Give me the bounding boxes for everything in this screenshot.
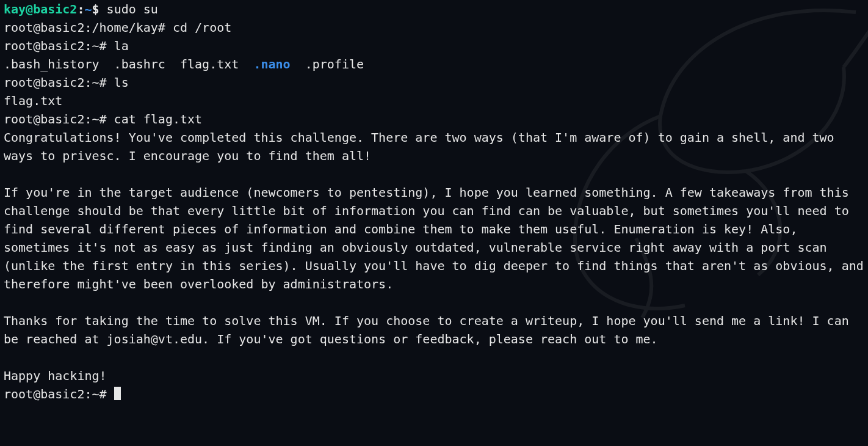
terminal-text: .bash_history .bashrc flag.txt bbox=[4, 57, 253, 71]
terminal-line: Congratulations! You've completed this c… bbox=[4, 128, 864, 165]
terminal-text: root@basic2:~# la bbox=[4, 38, 129, 53]
cursor bbox=[114, 387, 121, 400]
terminal-text: ~ bbox=[84, 2, 92, 16]
terminal-line: kay@basic2:~$ sudo su bbox=[4, 0, 864, 18]
terminal-line: Happy hacking! bbox=[4, 367, 864, 385]
terminal-text: root@basic2:~# bbox=[4, 387, 114, 401]
terminal-line: root@basic2:~# ls bbox=[4, 73, 864, 92]
terminal-text: If you're in the target audience (newcom… bbox=[4, 185, 868, 291]
terminal-text: flag.txt bbox=[4, 93, 62, 108]
terminal-text: root@basic2:~# ls bbox=[4, 75, 129, 90]
terminal-text: root@basic2:/home/kay# cd /root bbox=[4, 20, 231, 35]
terminal-line bbox=[4, 165, 864, 183]
terminal-line: flag.txt bbox=[4, 92, 864, 110]
terminal-text: Thanks for taking the time to solve this… bbox=[4, 313, 856, 346]
terminal-line: root@basic2:~# la bbox=[4, 37, 864, 55]
terminal-output[interactable]: kay@basic2:~$ sudo suroot@basic2:/home/k… bbox=[0, 0, 868, 403]
terminal-line bbox=[4, 348, 864, 367]
terminal-line: If you're in the target audience (newcom… bbox=[4, 183, 864, 293]
terminal-line bbox=[4, 293, 864, 312]
terminal-text: Happy hacking! bbox=[4, 368, 107, 383]
terminal-line: root@basic2:~# bbox=[4, 385, 864, 403]
terminal-line: root@basic2:~# cat flag.txt bbox=[4, 110, 864, 128]
terminal-text: root@basic2:~# cat flag.txt bbox=[4, 112, 202, 126]
terminal-text: sudo su bbox=[107, 2, 158, 16]
terminal-line: .bash_history .bashrc flag.txt .nano .pr… bbox=[4, 55, 864, 73]
terminal-text: .profile bbox=[291, 57, 364, 71]
terminal-text: .nano bbox=[253, 57, 290, 71]
terminal-text: $ bbox=[92, 2, 107, 16]
terminal-line: root@basic2:/home/kay# cd /root bbox=[4, 18, 864, 37]
terminal-text: : bbox=[77, 2, 84, 16]
terminal-text: kay@basic2 bbox=[4, 2, 77, 16]
terminal-text: Congratulations! You've completed this c… bbox=[4, 130, 842, 163]
terminal-line: Thanks for taking the time to solve this… bbox=[4, 312, 864, 348]
